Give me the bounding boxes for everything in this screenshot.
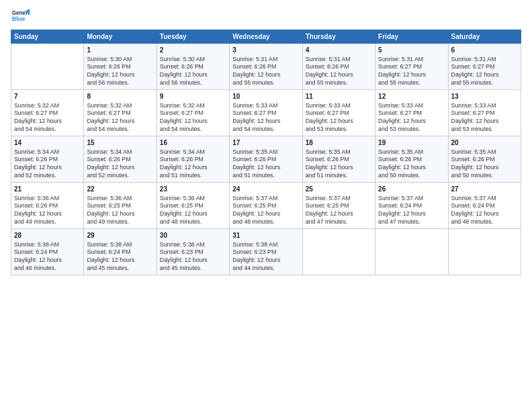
- column-header-thursday: Thursday: [302, 30, 375, 44]
- calendar-cell: 20Sunrise: 5:35 AM Sunset: 6:26 PM Dayli…: [448, 136, 521, 183]
- calendar-cell: 13Sunrise: 5:33 AM Sunset: 6:27 PM Dayli…: [448, 90, 521, 136]
- day-info: Sunrise: 5:31 AM Sunset: 6:26 PM Dayligh…: [232, 56, 299, 88]
- calendar-cell: 6Sunrise: 5:31 AM Sunset: 6:27 PM Daylig…: [448, 44, 521, 90]
- day-info: Sunrise: 5:37 AM Sunset: 6:25 PM Dayligh…: [232, 195, 299, 227]
- calendar-cell: 19Sunrise: 5:35 AM Sunset: 6:26 PM Dayli…: [375, 136, 448, 183]
- calendar-cell: 17Sunrise: 5:35 AM Sunset: 6:26 PM Dayli…: [230, 136, 302, 183]
- calendar-cell: 29Sunrise: 5:38 AM Sunset: 6:24 PM Dayli…: [84, 229, 157, 275]
- day-number: 27: [451, 185, 518, 194]
- column-header-monday: Monday: [84, 30, 157, 44]
- day-info: Sunrise: 5:36 AM Sunset: 6:25 PM Dayligh…: [87, 195, 153, 227]
- calendar-cell: 8Sunrise: 5:32 AM Sunset: 6:27 PM Daylig…: [84, 90, 157, 136]
- day-number: 21: [14, 185, 81, 194]
- day-info: Sunrise: 5:35 AM Sunset: 6:26 PM Dayligh…: [378, 148, 445, 181]
- calendar-cell: 21Sunrise: 5:36 AM Sunset: 6:26 PM Dayli…: [11, 183, 84, 229]
- calendar-cell: 26Sunrise: 5:37 AM Sunset: 6:24 PM Dayli…: [375, 183, 448, 229]
- calendar-week-1: 1Sunrise: 5:30 AM Sunset: 6:26 PM Daylig…: [11, 44, 521, 90]
- day-info: Sunrise: 5:33 AM Sunset: 6:27 PM Dayligh…: [451, 102, 518, 134]
- day-info: Sunrise: 5:38 AM Sunset: 6:24 PM Dayligh…: [14, 241, 81, 273]
- calendar-header-row: SundayMondayTuesdayWednesdayThursdayFrid…: [11, 30, 521, 44]
- calendar-week-5: 28Sunrise: 5:38 AM Sunset: 6:24 PM Dayli…: [11, 229, 521, 275]
- day-number: 17: [232, 138, 299, 148]
- calendar-cell: [375, 229, 448, 275]
- calendar-cell: 9Sunrise: 5:32 AM Sunset: 6:27 PM Daylig…: [157, 90, 229, 136]
- day-number: 19: [378, 138, 445, 148]
- day-info: Sunrise: 5:36 AM Sunset: 6:25 PM Dayligh…: [160, 195, 226, 227]
- day-number: 18: [306, 138, 372, 148]
- calendar-cell: 25Sunrise: 5:37 AM Sunset: 6:25 PM Dayli…: [302, 183, 375, 229]
- day-info: Sunrise: 5:37 AM Sunset: 6:24 PM Dayligh…: [378, 195, 445, 227]
- calendar-cell: 14Sunrise: 5:34 AM Sunset: 6:26 PM Dayli…: [11, 136, 84, 183]
- calendar-cell: 2Sunrise: 5:30 AM Sunset: 6:26 PM Daylig…: [157, 44, 229, 90]
- day-number: 31: [232, 231, 299, 240]
- day-info: Sunrise: 5:34 AM Sunset: 6:26 PM Dayligh…: [87, 148, 153, 181]
- svg-text:Blue: Blue: [12, 15, 26, 22]
- column-header-sunday: Sunday: [11, 30, 84, 44]
- day-info: Sunrise: 5:30 AM Sunset: 6:26 PM Dayligh…: [87, 56, 153, 88]
- calendar-week-4: 21Sunrise: 5:36 AM Sunset: 6:26 PM Dayli…: [11, 183, 521, 229]
- day-number: 24: [232, 185, 299, 194]
- day-info: Sunrise: 5:30 AM Sunset: 6:26 PM Dayligh…: [160, 56, 226, 88]
- day-info: Sunrise: 5:36 AM Sunset: 6:26 PM Dayligh…: [14, 195, 81, 227]
- day-info: Sunrise: 5:31 AM Sunset: 6:26 PM Dayligh…: [306, 56, 372, 88]
- day-info: Sunrise: 5:38 AM Sunset: 6:23 PM Dayligh…: [232, 241, 299, 273]
- day-info: Sunrise: 5:34 AM Sunset: 6:26 PM Dayligh…: [14, 148, 81, 181]
- day-info: Sunrise: 5:37 AM Sunset: 6:24 PM Dayligh…: [451, 195, 518, 227]
- column-header-saturday: Saturday: [448, 30, 521, 44]
- day-number: 3: [232, 46, 299, 55]
- calendar-cell: 31Sunrise: 5:38 AM Sunset: 6:23 PM Dayli…: [230, 229, 302, 275]
- day-number: 29: [87, 231, 153, 240]
- calendar-cell: 1Sunrise: 5:30 AM Sunset: 6:26 PM Daylig…: [84, 44, 157, 90]
- column-header-friday: Friday: [375, 30, 448, 44]
- day-info: Sunrise: 5:35 AM Sunset: 6:26 PM Dayligh…: [232, 148, 299, 181]
- day-number: 8: [87, 92, 153, 101]
- calendar-cell: 24Sunrise: 5:37 AM Sunset: 6:25 PM Dayli…: [230, 183, 302, 229]
- day-number: 30: [160, 231, 226, 240]
- day-info: Sunrise: 5:33 AM Sunset: 6:27 PM Dayligh…: [378, 102, 445, 134]
- day-info: Sunrise: 5:35 AM Sunset: 6:26 PM Dayligh…: [306, 148, 372, 181]
- day-number: 12: [378, 92, 445, 101]
- day-number: 2: [160, 46, 226, 55]
- day-info: Sunrise: 5:33 AM Sunset: 6:27 PM Dayligh…: [306, 102, 372, 134]
- day-info: Sunrise: 5:35 AM Sunset: 6:26 PM Dayligh…: [451, 148, 518, 181]
- day-number: 26: [378, 185, 445, 194]
- day-info: Sunrise: 5:38 AM Sunset: 6:23 PM Dayligh…: [160, 241, 226, 273]
- logo: General Blue: [11, 7, 30, 26]
- calendar-week-2: 7Sunrise: 5:32 AM Sunset: 6:27 PM Daylig…: [11, 90, 521, 136]
- calendar-cell: [11, 44, 84, 90]
- day-info: Sunrise: 5:33 AM Sunset: 6:27 PM Dayligh…: [232, 102, 299, 134]
- calendar-cell: 4Sunrise: 5:31 AM Sunset: 6:26 PM Daylig…: [302, 44, 375, 90]
- day-number: 10: [232, 92, 299, 101]
- calendar-week-3: 14Sunrise: 5:34 AM Sunset: 6:26 PM Dayli…: [11, 136, 521, 183]
- day-number: 4: [306, 46, 372, 55]
- calendar-cell: 27Sunrise: 5:37 AM Sunset: 6:24 PM Dayli…: [448, 183, 521, 229]
- day-number: 14: [14, 138, 81, 148]
- calendar-cell: 28Sunrise: 5:38 AM Sunset: 6:24 PM Dayli…: [11, 229, 84, 275]
- day-number: 6: [451, 46, 518, 55]
- calendar-cell: 10Sunrise: 5:33 AM Sunset: 6:27 PM Dayli…: [230, 90, 302, 136]
- calendar-cell: 11Sunrise: 5:33 AM Sunset: 6:27 PM Dayli…: [302, 90, 375, 136]
- day-number: 1: [87, 46, 153, 55]
- calendar-cell: 5Sunrise: 5:31 AM Sunset: 6:27 PM Daylig…: [375, 44, 448, 90]
- calendar-cell: 12Sunrise: 5:33 AM Sunset: 6:27 PM Dayli…: [375, 90, 448, 136]
- day-number: 9: [160, 92, 226, 101]
- calendar-cell: 16Sunrise: 5:34 AM Sunset: 6:26 PM Dayli…: [157, 136, 229, 183]
- calendar-table: SundayMondayTuesdayWednesdayThursdayFrid…: [11, 30, 521, 275]
- calendar-cell: 23Sunrise: 5:36 AM Sunset: 6:25 PM Dayli…: [157, 183, 229, 229]
- day-number: 23: [160, 185, 226, 194]
- day-number: 25: [306, 185, 372, 194]
- day-info: Sunrise: 5:32 AM Sunset: 6:27 PM Dayligh…: [14, 102, 81, 134]
- day-number: 28: [14, 231, 81, 240]
- calendar-cell: [448, 229, 521, 275]
- day-info: Sunrise: 5:38 AM Sunset: 6:24 PM Dayligh…: [87, 241, 153, 273]
- day-number: 22: [87, 185, 153, 194]
- day-info: Sunrise: 5:37 AM Sunset: 6:25 PM Dayligh…: [306, 195, 372, 227]
- day-info: Sunrise: 5:32 AM Sunset: 6:27 PM Dayligh…: [160, 102, 226, 134]
- calendar-cell: 15Sunrise: 5:34 AM Sunset: 6:26 PM Dayli…: [84, 136, 157, 183]
- calendar-cell: 7Sunrise: 5:32 AM Sunset: 6:27 PM Daylig…: [11, 90, 84, 136]
- page-header: General Blue: [11, 7, 521, 26]
- day-number: 11: [306, 92, 372, 101]
- day-info: Sunrise: 5:31 AM Sunset: 6:27 PM Dayligh…: [451, 56, 518, 88]
- column-header-tuesday: Tuesday: [157, 30, 229, 44]
- day-number: 16: [160, 138, 226, 148]
